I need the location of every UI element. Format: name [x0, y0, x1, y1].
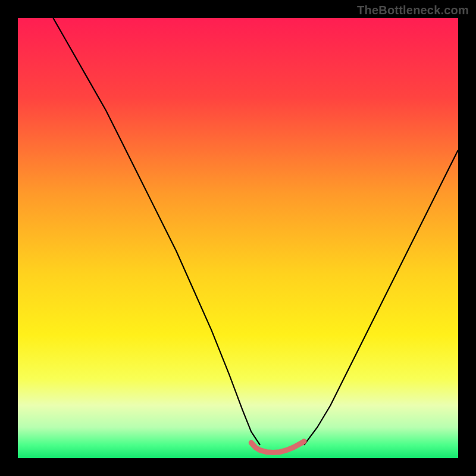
- plot-area: [18, 18, 458, 458]
- gradient-curve-chart: [18, 18, 458, 458]
- chart-frame: TheBottleneck.com: [0, 0, 476, 476]
- gradient-background: [18, 18, 458, 458]
- watermark-text: TheBottleneck.com: [357, 4, 469, 17]
